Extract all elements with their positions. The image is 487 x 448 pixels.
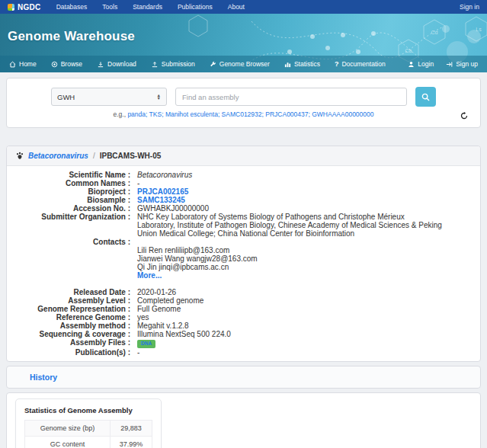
nav-statistics[interactable]: Statistics xyxy=(284,60,320,68)
detail-row-reference-genome: Reference Genome yes xyxy=(7,313,480,322)
ngdc-logo[interactable]: NGDC xyxy=(8,3,41,11)
history-title: History xyxy=(30,373,57,382)
main-nav: Home Browse Download Submission Genome B… xyxy=(0,56,487,72)
statistics-section: Statistics of Genome Assembly Genome siz… xyxy=(6,392,481,448)
topbar-item-publications[interactable]: Publications xyxy=(178,3,213,11)
banner-element-ls: Ls xyxy=(476,27,482,32)
ngdc-logo-icon xyxy=(8,4,14,11)
topbar-item-about[interactable]: About xyxy=(228,3,245,11)
statistics-title: Statistics of Genome Assembly xyxy=(24,406,152,414)
search-row: GWH ▲▼ xyxy=(7,78,480,107)
page-title: Genome Warehouse xyxy=(8,29,135,44)
brand-name: NGDC xyxy=(18,3,41,11)
search-examples: e.g., pandaTKSManihot esculentaSAMC01293… xyxy=(7,110,480,118)
banner: Ca Cd Ls Genome Warehouse Home Browse Do… xyxy=(0,14,487,72)
browse-icon xyxy=(51,61,58,68)
detail-row-assembly-level: Assembly Level Completed genome xyxy=(7,296,480,305)
example-panda[interactable]: panda xyxy=(127,110,149,118)
genome-size-value: 29,883 xyxy=(111,420,152,436)
search-card: GWH ▲▼ e.g., pandaTKSManihot esculentaSA… xyxy=(6,78,481,128)
assembly-detail-panel: Betacoronavirus / IPBCAMS-WH-05 Scientif… xyxy=(6,146,481,362)
statistics-table: Genome size (bp) 29,883 GC content 37.99… xyxy=(24,420,152,448)
search-button[interactable] xyxy=(415,87,436,107)
nav-browse[interactable]: Browse xyxy=(51,60,82,68)
paw-icon xyxy=(16,152,24,160)
sign-up-arrow-icon xyxy=(446,61,453,68)
question-icon: ? xyxy=(335,60,339,68)
detail-row-sequencing-coverage: Sequencing & coverage Illumina NextSeq 5… xyxy=(7,330,480,338)
genome-size-label: Genome size (bp) xyxy=(25,420,111,436)
banner-element-cd: Cd xyxy=(431,30,438,35)
bioproject-link[interactable]: PRJCA002165 xyxy=(137,187,188,196)
nav-submission[interactable]: Submission xyxy=(151,60,195,68)
refresh-icon[interactable] xyxy=(460,109,468,123)
nav-login[interactable]: Login xyxy=(408,60,434,68)
banner-element-ca: Ca xyxy=(405,48,412,53)
search-icon xyxy=(421,93,430,101)
breadcrumb-genus-link[interactable]: Betacoronavirus xyxy=(28,152,88,160)
nav-signup[interactable]: Sign up xyxy=(446,60,478,68)
biosample-link[interactable]: SAMC133245 xyxy=(137,196,185,204)
wrench-icon xyxy=(210,61,216,68)
detail-row-publications: Publication(s) - xyxy=(7,348,480,357)
search-category-select[interactable]: GWH ▲▼ xyxy=(51,88,167,106)
topbar-item-standards[interactable]: Standards xyxy=(133,3,162,11)
search-category-value: GWH xyxy=(57,93,75,101)
gc-content-value: 37.99% xyxy=(111,436,152,448)
search-input[interactable] xyxy=(175,88,407,106)
nav-right-group: Login Sign up xyxy=(408,60,478,68)
example-tks[interactable]: TKS xyxy=(149,110,165,118)
detail-row-contacts: Contacts Lili Ren renliliipb@163.com Jia… xyxy=(7,238,480,288)
table-row-gc-content: GC content 37.99% xyxy=(25,436,152,448)
detail-row-bioproject: Bioproject PRJCA002165 xyxy=(7,187,480,196)
detail-row-common-names: Common Names - xyxy=(7,179,480,187)
topbar-item-tools[interactable]: Tools xyxy=(102,3,117,11)
detail-row-assembly-method: Assembly method Megahit v.1.2.8 xyxy=(7,322,480,330)
examples-label: e.g., xyxy=(113,110,126,118)
detail-row-genome-representation: Genome Representation Full Genome xyxy=(7,305,480,313)
gc-content-label: GC content xyxy=(25,436,111,448)
bar-chart-icon xyxy=(284,61,291,68)
nav-download[interactable]: Download xyxy=(97,60,136,68)
example-prjca[interactable]: PRJCA000437 xyxy=(265,110,312,118)
statistics-card: Statistics of Genome Assembly Genome siz… xyxy=(15,398,162,448)
nav-home[interactable]: Home xyxy=(9,60,37,68)
user-icon xyxy=(408,61,415,68)
nav-genome-browser[interactable]: Genome Browser xyxy=(210,60,270,68)
home-icon xyxy=(9,61,16,68)
dna-file-badge[interactable]: DNA xyxy=(137,340,155,348)
example-gwhaaaa[interactable]: GWHAAAA00000000 xyxy=(312,110,373,118)
page-content: GWH ▲▼ e.g., pandaTKSManihot esculentaSA… xyxy=(0,72,487,448)
breadcrumb-assembly-name: IPBCAMS-WH-05 xyxy=(100,152,162,160)
example-manihot[interactable]: Manihot esculenta xyxy=(165,110,222,118)
contacts-more-link[interactable]: More... xyxy=(137,271,258,280)
select-stepper-icon: ▲▼ xyxy=(157,94,161,101)
detail-row-assembly-files: Assembly Files DNA xyxy=(7,338,480,348)
detail-row-released-date: Released Date 2020-01-26 xyxy=(7,288,480,296)
history-section[interactable]: History xyxy=(6,366,481,389)
table-row-genome-size: Genome size (bp) 29,883 xyxy=(25,420,152,436)
contacts-list: Lili Ren renliliipb@163.com Jianwei Wang… xyxy=(137,246,258,271)
breadcrumb: Betacoronavirus / IPBCAMS-WH-05 xyxy=(7,146,480,166)
sign-in-link[interactable]: Sign in xyxy=(460,3,479,11)
example-samc[interactable]: SAMC012932 xyxy=(222,110,266,118)
assembly-details: Scientific Name Betacoronavirus Common N… xyxy=(7,166,480,361)
cloud-upload-icon xyxy=(151,61,159,68)
top-bar: NGDC Databases Tools Standards Publicati… xyxy=(0,0,487,14)
breadcrumb-separator: / xyxy=(93,152,95,160)
topbar-item-databases[interactable]: Databases xyxy=(56,3,88,11)
detail-row-scientific-name: Scientific Name Betacoronavirus xyxy=(7,171,480,179)
detail-row-biosample: Biosample SAMC133245 xyxy=(7,196,480,204)
detail-row-accession: Accession No. GWHABKJ00000000 xyxy=(7,204,480,213)
detail-row-submitter-organization: Submitter Organization NHC Key Laborator… xyxy=(7,213,480,238)
nav-documentation[interactable]: ? Documentation xyxy=(335,60,386,68)
cloud-download-icon xyxy=(97,61,104,68)
